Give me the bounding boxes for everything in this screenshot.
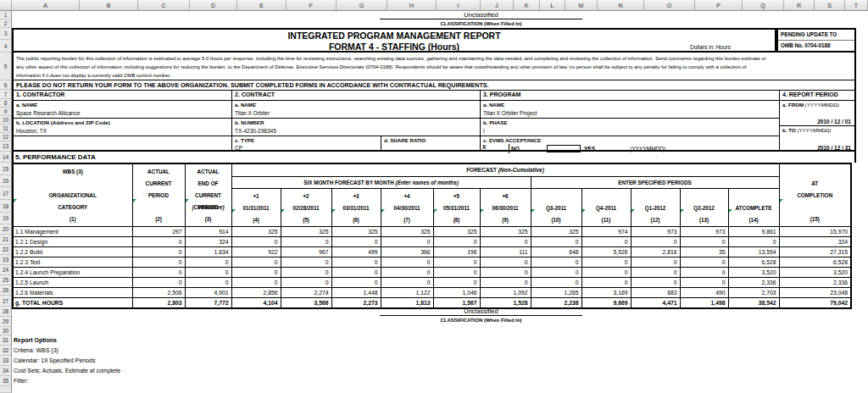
row-header-10[interactable]: 10 bbox=[0, 116, 12, 125]
table-cell[interactable]: 2,336 bbox=[779, 277, 851, 287]
row-header-2[interactable]: 2 bbox=[0, 19, 12, 28]
forecast-col-header-3[interactable]: +303/31/2011(6) bbox=[331, 188, 381, 226]
row-header-30[interactable]: 30 bbox=[0, 327, 12, 335]
table-cell[interactable]: 7,772 bbox=[185, 297, 231, 308]
row-header-4[interactable]: 4 bbox=[0, 40, 12, 53]
table-cell[interactable]: 0 bbox=[132, 236, 185, 246]
column-header-B[interactable]: B bbox=[80, 0, 138, 11]
table-cell[interactable]: 1,122 bbox=[381, 287, 433, 297]
actual-cumulative-header[interactable]: ACTUALEND OFCURRENT PERIOD(Cumulative)(3… bbox=[185, 163, 231, 226]
table-cell[interactable]: 1,265 bbox=[531, 287, 581, 297]
table-cell[interactable]: 973 bbox=[680, 226, 728, 236]
row-header-25[interactable]: 25 bbox=[0, 275, 12, 285]
table-cell[interactable]: 0 bbox=[331, 236, 381, 246]
contract-name-value[interactable]: Titan II Orbiter bbox=[232, 109, 480, 119]
row-header-35[interactable]: 35 bbox=[0, 376, 12, 386]
column-header-D[interactable]: D bbox=[190, 0, 237, 11]
table-cell[interactable]: 0 bbox=[132, 246, 185, 257]
table-cell[interactable]: 13,594 bbox=[728, 246, 779, 257]
table-cell[interactable]: 0 bbox=[381, 277, 433, 287]
row-header-18[interactable]: 18 bbox=[0, 200, 12, 213]
row-header-12[interactable]: 12 bbox=[0, 133, 12, 141]
row-header-17[interactable]: 17 bbox=[0, 187, 12, 200]
table-cell[interactable]: 0 bbox=[281, 277, 331, 287]
table-cell[interactable]: 325 bbox=[381, 226, 433, 236]
column-header-C[interactable]: C bbox=[138, 0, 190, 11]
table-cell[interactable]: 0 bbox=[631, 257, 680, 267]
column-header-E[interactable]: E bbox=[237, 0, 287, 11]
table-cell[interactable]: 2,856 bbox=[231, 287, 281, 297]
table-cell[interactable]: 325 bbox=[281, 226, 331, 236]
table-cell[interactable]: 0 bbox=[331, 277, 381, 287]
row-header-32[interactable]: 32 bbox=[0, 346, 12, 356]
row-label-cell[interactable]: 1.2.5 Launch bbox=[13, 277, 132, 287]
table-cell[interactable]: 38,542 bbox=[728, 297, 779, 308]
table-cell[interactable]: 0 bbox=[680, 257, 728, 267]
table-cell[interactable]: 922 bbox=[231, 246, 281, 257]
table-cell[interactable]: 0 bbox=[231, 236, 281, 246]
period-col-header-4[interactable]: Q2-2012(13) bbox=[680, 188, 728, 226]
period-col-header-2[interactable]: Q4-2011(11) bbox=[581, 188, 631, 226]
row-header-33[interactable]: 33 bbox=[0, 356, 12, 366]
table-cell[interactable]: 0 bbox=[132, 267, 185, 277]
row-header-5[interactable]: 5 bbox=[0, 53, 12, 80]
period-col-header-3[interactable]: Q1-2012(12) bbox=[631, 188, 680, 226]
row-header-partial[interactable] bbox=[0, 386, 12, 393]
table-cell[interactable]: 111 bbox=[480, 246, 531, 257]
from-date-value[interactable]: 2010 / 12 / 01 bbox=[817, 119, 851, 125]
table-cell[interactable]: 0 bbox=[581, 236, 631, 246]
table-cell[interactable]: 6,528 bbox=[728, 257, 779, 267]
table-cell[interactable]: 0 bbox=[728, 236, 779, 246]
row-header-28[interactable]: 28 bbox=[0, 307, 12, 317]
table-cell[interactable]: 0 bbox=[631, 267, 680, 277]
column-header-Q[interactable]: Q bbox=[743, 0, 784, 11]
table-cell[interactable]: 0 bbox=[680, 277, 728, 287]
table-cell[interactable]: 914 bbox=[185, 226, 231, 236]
row-header-16[interactable]: 16 bbox=[0, 175, 12, 187]
row-label-cell[interactable]: 1.2.3 Test bbox=[13, 257, 132, 267]
table-cell[interactable]: 490 bbox=[680, 287, 728, 297]
table-cell[interactable]: 325 bbox=[531, 226, 581, 236]
row-header-15[interactable]: 15 bbox=[0, 163, 12, 175]
table-cell[interactable]: 3,169 bbox=[581, 287, 631, 297]
table-cell[interactable]: 2,703 bbox=[728, 287, 779, 297]
table-cell[interactable]: 0 bbox=[581, 257, 631, 267]
column-header-J[interactable]: J bbox=[481, 0, 514, 11]
table-cell[interactable]: 0 bbox=[231, 277, 281, 287]
column-header-M[interactable]: M bbox=[565, 0, 598, 11]
table-cell[interactable]: 499 bbox=[331, 246, 381, 257]
table-cell[interactable]: 2,506 bbox=[132, 287, 185, 297]
program-name-value[interactable]: Titan II Orbiter Project bbox=[481, 109, 779, 119]
table-cell[interactable]: 0 bbox=[581, 277, 631, 287]
row-header-27[interactable]: 27 bbox=[0, 296, 12, 307]
table-cell[interactable]: 0 bbox=[680, 267, 728, 277]
table-cell[interactable]: 324 bbox=[185, 236, 231, 246]
table-cell[interactable]: 9,669 bbox=[581, 297, 631, 308]
contract-type-value[interactable]: CP bbox=[232, 145, 381, 152]
forecast-col-header-4[interactable]: +404/30/2011(7) bbox=[381, 188, 433, 226]
table-cell[interactable]: 974 bbox=[581, 226, 631, 236]
table-cell[interactable]: 0 bbox=[433, 257, 480, 267]
table-cell[interactable]: 0 bbox=[631, 277, 680, 287]
table-cell[interactable]: 325 bbox=[433, 226, 480, 236]
column-header-G[interactable]: G bbox=[337, 0, 387, 11]
table-cell[interactable]: 2,274 bbox=[281, 287, 331, 297]
row-header-31[interactable]: 31 bbox=[0, 335, 12, 346]
table-cell[interactable]: 2,803 bbox=[132, 297, 185, 308]
table-cell[interactable]: 0 bbox=[433, 236, 480, 246]
row-header-29[interactable]: 29 bbox=[0, 317, 12, 327]
table-cell[interactable]: 1,046 bbox=[433, 287, 480, 297]
row-header-20[interactable]: 20 bbox=[0, 224, 12, 235]
table-cell[interactable]: 0 bbox=[480, 267, 531, 277]
specified-periods-band-header[interactable]: ENTER SPECIFIED PERIODS bbox=[531, 176, 779, 188]
table-cell[interactable]: 0 bbox=[331, 257, 381, 267]
table-cell[interactable]: 3,520 bbox=[728, 267, 779, 277]
table-cell[interactable]: 0 bbox=[281, 236, 331, 246]
table-cell[interactable]: 1,634 bbox=[185, 246, 231, 257]
table-cell[interactable]: 325 bbox=[231, 226, 281, 236]
contractor-name-value[interactable]: Space Research Allicance bbox=[14, 109, 231, 119]
row-label-cell[interactable]: 1.2.2 Build bbox=[13, 246, 132, 257]
row-label-cell[interactable]: 1.2.1 Design bbox=[13, 236, 132, 246]
table-cell[interactable]: 0 bbox=[531, 236, 581, 246]
table-cell[interactable]: 196 bbox=[433, 246, 480, 257]
